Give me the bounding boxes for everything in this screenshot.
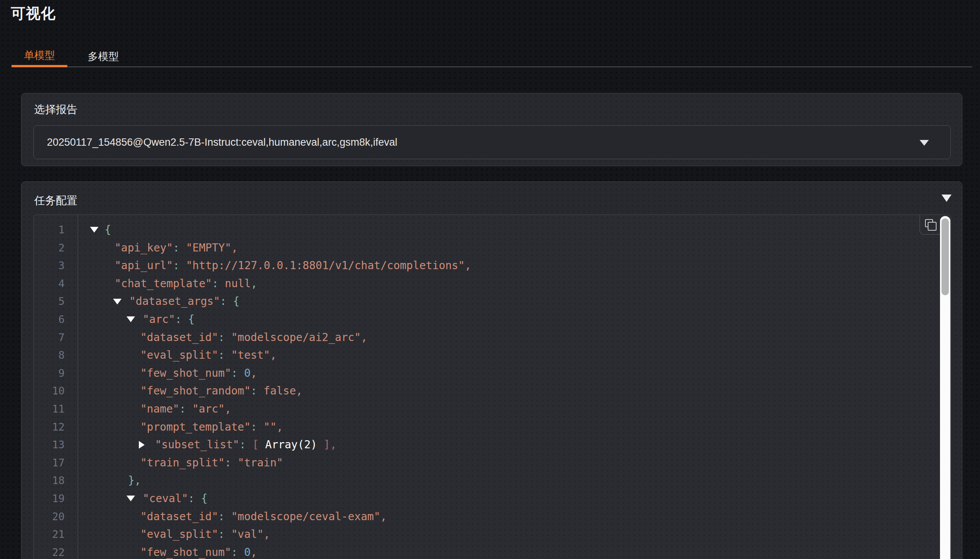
code-line: 22"few_shot_num": 0, [34, 544, 951, 559]
task-config-accordion-header[interactable]: 任务配置 [22, 182, 962, 209]
line-number: 10 [34, 382, 78, 400]
tab-bar-divider [12, 67, 972, 67]
code-line: 4"chat_template": null, [34, 275, 951, 293]
code-line: 11"name": "arc", [34, 400, 951, 418]
code-line: 1{ [34, 221, 951, 239]
collapse-expanded-icon[interactable] [90, 227, 98, 233]
code-scrollbar-thumb[interactable] [942, 218, 949, 295]
line-number: 9 [34, 364, 78, 383]
code-scrollbar-track[interactable] [940, 216, 950, 559]
code-line: 19"ceval": { [34, 490, 951, 508]
code-line: 9"few_shot_num": 0, [34, 364, 951, 383]
collapse-expanded-icon[interactable] [113, 299, 122, 304]
line-number: 5 [34, 293, 78, 311]
report-dropdown[interactable]: 20250117_154856@Qwen2.5-7B-Instruct:ceva… [33, 125, 951, 159]
task-config-panel: 任务配置 1{2"api_key": "EMPTY",3"api_url": "… [21, 181, 962, 559]
code-line: 5"dataset_args": { [34, 293, 951, 311]
line-number: 11 [34, 400, 78, 418]
accordion-caret-down-icon [942, 195, 952, 202]
code-line: 17"train_split": "train" [34, 454, 951, 472]
tab-multi-model[interactable]: 多模型 [75, 45, 131, 67]
page-title: 可视化 [11, 4, 56, 23]
code-line: 6"arc": { [34, 311, 951, 329]
line-number: 6 [34, 311, 78, 329]
line-number: 20 [34, 508, 78, 526]
line-number: 7 [34, 329, 78, 347]
code-line: 2"api_key": "EMPTY", [34, 239, 951, 257]
report-dropdown-value: 20250117_154856@Qwen2.5-7B-Instruct:ceva… [47, 136, 397, 148]
line-number: 1 [34, 221, 78, 239]
task-config-label: 任务配置 [34, 193, 77, 208]
code-line: 20"dataset_id": "modelscope/ceval-exam", [34, 508, 951, 526]
line-number: 4 [34, 275, 78, 293]
line-number: 12 [34, 418, 78, 436]
code-line: 8"eval_split": "test", [34, 346, 951, 364]
code-line: 13"subset_list": [ Array(2) ], [34, 436, 951, 454]
report-select-label: 选择报告 [34, 102, 77, 117]
code-line: 3"api_url": "http://127.0.0.1:8801/v1/ch… [34, 257, 951, 275]
tab-bar: 单模型 多模型 [0, 45, 980, 67]
code-line: 7"dataset_id": "modelscope/ai2_arc", [34, 329, 951, 347]
line-number: 21 [34, 526, 78, 544]
line-number: 19 [34, 490, 78, 508]
report-select-panel: 选择报告 20250117_154856@Qwen2.5-7B-Instruct… [21, 93, 962, 166]
line-number: 8 [34, 346, 78, 364]
tab-single-model[interactable]: 单模型 [12, 45, 67, 67]
copy-button[interactable] [920, 215, 940, 235]
collapse-expanded-icon[interactable] [127, 316, 135, 322]
code-line: 18}, [34, 472, 951, 490]
line-number: 18 [34, 472, 78, 490]
code-line: 12"prompt_template": "", [34, 418, 951, 436]
line-number: 22 [34, 544, 78, 559]
line-number: 13 [34, 436, 78, 454]
line-number: 3 [34, 257, 78, 275]
line-number: 17 [34, 454, 78, 472]
json-code-lines: 1{2"api_key": "EMPTY",3"api_url": "http:… [34, 221, 951, 559]
collapse-expanded-icon[interactable] [127, 496, 135, 501]
code-line: 21"eval_split": "val", [34, 526, 951, 544]
line-number: 2 [34, 239, 78, 257]
code-line: 10"few_shot_random": false, [34, 382, 951, 400]
collapse-collapsed-icon[interactable] [139, 441, 145, 449]
caret-down-icon [920, 140, 929, 146]
json-config-viewer: 1{2"api_key": "EMPTY",3"api_url": "http:… [33, 215, 951, 559]
